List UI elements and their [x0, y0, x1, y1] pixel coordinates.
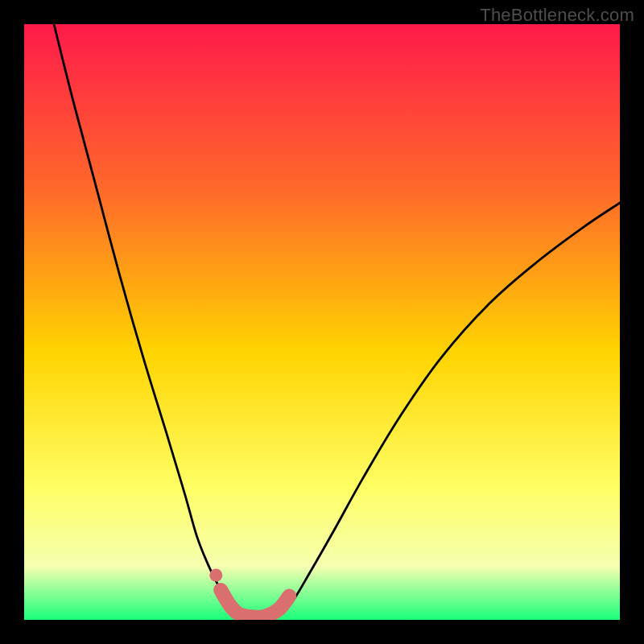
valley-highlight [24, 24, 620, 620]
svg-point-1 [209, 569, 222, 582]
watermark-text: TheBottleneck.com [480, 5, 634, 26]
plot-area [24, 24, 620, 620]
chart-frame: TheBottleneck.com [0, 0, 644, 644]
